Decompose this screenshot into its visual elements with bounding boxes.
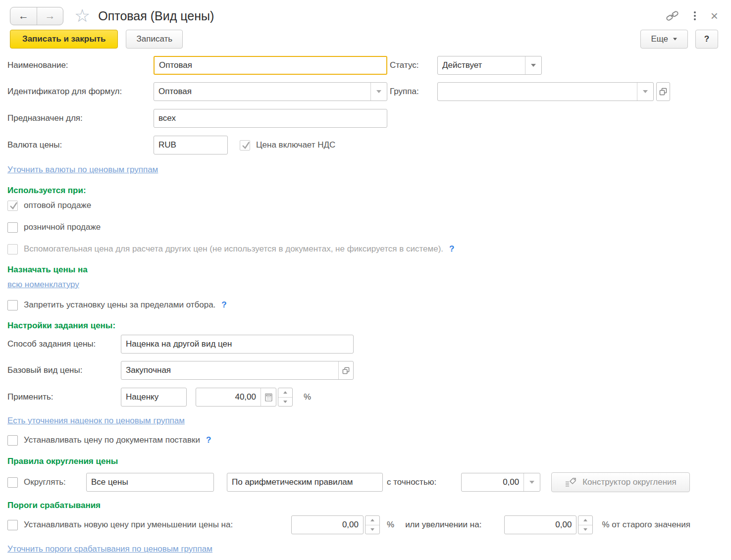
group-choose-button[interactable] — [656, 82, 670, 101]
close-icon[interactable]: × — [711, 9, 718, 22]
round-rule-input[interactable] — [227, 473, 382, 491]
markup-unit: % — [304, 392, 311, 402]
favorite-star-icon[interactable]: ☆ — [74, 7, 90, 25]
check-icon — [241, 140, 251, 151]
clarify-currencies-link[interactable]: Уточнить валюты по ценовым группам — [7, 165, 158, 175]
supply-docs-checkbox[interactable] — [7, 435, 18, 446]
round-rule-field-wrap — [227, 473, 383, 492]
stepper-down-icon[interactable] — [578, 525, 592, 534]
threshold-increase-label: или увеличении на: — [405, 520, 481, 530]
round-scope-field-wrap — [86, 473, 214, 492]
method-field-wrap — [121, 335, 354, 354]
price-type-form: Наименование: Статус: Идентификатор для … — [0, 56, 731, 554]
currency-input[interactable] — [154, 136, 227, 154]
retail-label: розничной продаже — [24, 222, 101, 232]
restrict-help-icon[interactable]: ? — [221, 300, 226, 310]
more-button[interactable]: Еще — [640, 30, 688, 49]
currency-label: Валюта цены: — [7, 140, 154, 150]
pricing-section-heading: Настройки задания цены: — [7, 321, 718, 331]
save-button[interactable]: Записать — [126, 30, 183, 49]
base-price-input[interactable] — [121, 361, 338, 379]
page-title: Оптовая (Вид цены) — [98, 9, 214, 23]
method-label: Способ задания цены: — [7, 339, 121, 349]
restrict-price-label: Запретить установку цены за пределами от… — [24, 300, 215, 310]
currency-field-wrap — [154, 136, 228, 154]
auxiliary-help-icon[interactable]: ? — [449, 244, 454, 254]
rounding-section-heading: Правила округления цены — [7, 457, 718, 466]
thresholds-section-heading: Пороги срабатывания — [7, 501, 718, 510]
auxiliary-price-checkbox — [7, 244, 18, 255]
rounding-constructor-button[interactable]: Конструктор округления — [551, 472, 690, 492]
base-price-label: Базовый вид цены: — [7, 365, 121, 375]
rounding-constructor-label: Конструктор округления — [582, 477, 677, 487]
name-field-wrap — [154, 56, 387, 75]
identifier-label: Идентификатор для формул: — [7, 87, 154, 97]
threshold-checkbox[interactable] — [7, 520, 18, 530]
identifier-input[interactable] — [154, 83, 370, 101]
precision-input[interactable] — [462, 473, 523, 491]
markup-input[interactable] — [196, 388, 261, 406]
status-label: Статус: — [390, 60, 437, 70]
precision-dropdown-icon[interactable] — [523, 473, 540, 491]
base-price-choose-button[interactable] — [338, 361, 353, 379]
back-icon[interactable]: ← — [10, 7, 37, 25]
threshold-decrease-label: Устанавливать новую цену при уменьшении … — [24, 520, 291, 530]
auxiliary-price-label: Вспомогательная цена для расчета других … — [24, 244, 443, 254]
increase-input[interactable] — [505, 516, 576, 534]
precision-select — [461, 473, 540, 492]
name-label: Наименование: — [7, 60, 154, 70]
intended-for-label: Предназначен для: — [7, 113, 154, 123]
usage-section-heading: Используется при: — [7, 186, 718, 196]
stepper-up-icon[interactable] — [578, 516, 592, 525]
all-nomenclature-link[interactable]: всю номенклатуру — [7, 280, 79, 290]
stepper-down-icon[interactable] — [366, 525, 379, 534]
intended-for-field-wrap — [154, 109, 387, 128]
choose-from-list-icon — [342, 367, 350, 374]
clarify-thresholds-link[interactable]: Уточнить пороги срабатывания по ценовым … — [7, 544, 212, 554]
status-input[interactable] — [438, 56, 525, 74]
decrease-stepper — [365, 515, 380, 534]
save-and-close-button[interactable]: Записать и закрыть — [10, 30, 118, 49]
choose-from-list-icon — [659, 88, 667, 96]
group-input[interactable] — [438, 83, 637, 101]
apply-label: Применить: — [7, 392, 121, 402]
check-icon — [8, 201, 19, 211]
markup-clarifications-link[interactable]: Есть уточнения наценок по ценовым группа… — [7, 416, 185, 426]
markup-field-wrap — [196, 388, 276, 407]
chevron-down-icon — [673, 38, 677, 41]
retail-checkbox[interactable] — [7, 222, 18, 233]
calculator-button[interactable] — [261, 388, 276, 406]
precision-label: с точностью: — [387, 477, 436, 487]
help-button[interactable]: ? — [695, 30, 718, 49]
more-menu-icon[interactable] — [694, 11, 696, 20]
forward-icon[interactable]: → — [37, 7, 63, 25]
wholesale-label: оптовой продаже — [24, 201, 91, 210]
intended-for-input[interactable] — [154, 109, 387, 127]
increase-unit: % от старого значения — [602, 520, 690, 530]
decrease-input[interactable] — [292, 516, 363, 534]
restrict-price-checkbox[interactable] — [7, 300, 18, 310]
get-link-icon[interactable] — [666, 10, 679, 22]
stepper-up-icon[interactable] — [278, 388, 292, 398]
apply-field-wrap — [121, 388, 187, 407]
supply-help-icon[interactable]: ? — [206, 435, 211, 445]
wholesale-checkbox — [7, 201, 18, 211]
apply-input[interactable] — [121, 388, 186, 406]
identifier-dropdown-icon[interactable] — [370, 83, 387, 101]
markup-stepper — [278, 388, 293, 407]
stepper-up-icon[interactable] — [366, 516, 379, 525]
vat-included-label: Цена включает НДС — [256, 140, 335, 150]
status-dropdown-icon[interactable] — [525, 56, 541, 74]
group-dropdown-icon[interactable] — [637, 83, 653, 101]
stepper-down-icon[interactable] — [278, 398, 292, 407]
calculator-icon — [265, 393, 272, 402]
round-scope-input[interactable] — [87, 473, 213, 491]
name-input[interactable] — [155, 57, 386, 74]
method-input[interactable] — [121, 335, 353, 353]
status-select — [437, 56, 542, 75]
round-checkbox[interactable] — [7, 477, 18, 488]
assignment-section-heading: Назначать цены на — [7, 265, 718, 275]
price-tag-icon — [565, 477, 576, 488]
decrease-field-wrap — [291, 515, 364, 534]
more-button-label: Еще — [651, 34, 668, 44]
